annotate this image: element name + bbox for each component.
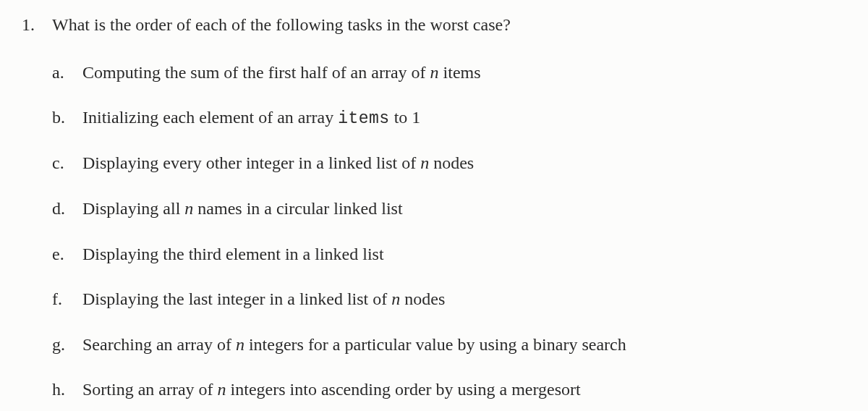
list-item: h. Sorting an array of n integers into a… xyxy=(52,378,846,402)
question-number: 1. xyxy=(22,13,52,38)
text-post: nodes xyxy=(429,153,474,172)
item-label: b. xyxy=(52,106,82,130)
item-label: c. xyxy=(52,151,82,176)
text-pre: Displaying the third element in a linked… xyxy=(82,245,384,263)
item-text: Initializing each element of an array it… xyxy=(82,106,846,130)
text-pre: Displaying the last integer in a linked … xyxy=(82,289,391,308)
text-post: to 1 xyxy=(390,108,421,127)
text-post: integers for a particular value by using… xyxy=(244,335,626,354)
text-post: items xyxy=(439,63,481,82)
text-pre: Initializing each element of an array xyxy=(82,108,338,127)
item-label: a. xyxy=(52,61,82,85)
item-text: Searching an array of n integers for a p… xyxy=(82,333,846,357)
item-text: Computing the sum of the first half of a… xyxy=(82,61,846,85)
item-text: Sorting an array of n integers into asce… xyxy=(82,378,846,402)
text-pre: Searching an array of xyxy=(82,335,236,354)
italic-var: n xyxy=(184,199,193,218)
list-item: c. Displaying every other integer in a l… xyxy=(52,151,846,176)
text-pre: Displaying all xyxy=(82,199,184,218)
question-text: What is the order of each of the followi… xyxy=(52,13,846,38)
sub-items-list: a. Computing the sum of the first half o… xyxy=(22,61,846,402)
text-post: integers into ascending order by using a… xyxy=(226,380,581,399)
list-item: f. Displaying the last integer in a link… xyxy=(52,287,846,312)
question-main: 1. What is the order of each of the foll… xyxy=(22,13,846,38)
text-post: nodes xyxy=(400,289,445,308)
item-text: Displaying the last integer in a linked … xyxy=(82,287,846,312)
text-post: names in a circular linked list xyxy=(193,199,402,218)
italic-var: n xyxy=(430,63,439,82)
italic-var: n xyxy=(218,380,226,399)
item-label: e. xyxy=(52,242,82,267)
item-text: Displaying every other integer in a link… xyxy=(82,151,846,176)
italic-var: n xyxy=(236,335,244,354)
list-item: b. Initializing each element of an array… xyxy=(52,106,846,130)
italic-var: n xyxy=(391,289,400,308)
list-item: d. Displaying all n names in a circular … xyxy=(52,197,846,221)
text-pre: Computing the sum of the first half of a… xyxy=(82,63,430,82)
italic-var: n xyxy=(420,153,429,172)
item-text: Displaying all n names in a circular lin… xyxy=(82,197,846,221)
list-item: g. Searching an array of n integers for … xyxy=(52,333,846,357)
text-pre: Displaying every other integer in a link… xyxy=(82,153,420,172)
list-item: e. Displaying the third element in a lin… xyxy=(52,242,846,267)
code-span: items xyxy=(338,109,390,128)
text-pre: Sorting an array of xyxy=(82,380,218,399)
item-label: h. xyxy=(52,378,82,402)
item-label: d. xyxy=(52,197,82,221)
list-item: a. Computing the sum of the first half o… xyxy=(52,61,846,85)
item-label: f. xyxy=(52,287,82,312)
item-text: Displaying the third element in a linked… xyxy=(82,242,846,267)
item-label: g. xyxy=(52,333,82,357)
